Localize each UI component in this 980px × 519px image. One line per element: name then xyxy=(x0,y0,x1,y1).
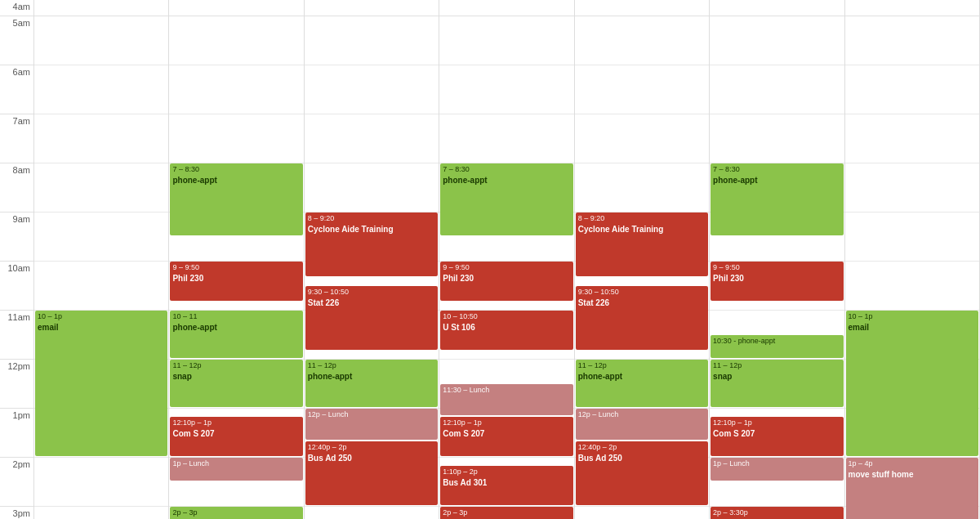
event-title: Cyclone Aide Training xyxy=(578,224,706,235)
calendar-event[interactable]: 12:10p – 1pCom S 207 xyxy=(440,417,572,456)
calendar-event[interactable]: 1p – Lunch xyxy=(170,458,302,481)
calendar-event[interactable]: 7 – 8:30phone-appt xyxy=(710,163,843,235)
time-6am: 6am xyxy=(0,65,33,114)
calendar-event[interactable]: 11 – 12psnap xyxy=(170,360,302,407)
calendar-container: 4am 5am 6am 7am 8am 9am 10am 11am 12pm 1… xyxy=(0,0,980,519)
calendar-event[interactable]: 12:40p – 2pBus Ad 250 xyxy=(576,441,708,505)
event-title: phone-appt xyxy=(713,175,840,186)
event-title: Phil 230 xyxy=(713,273,840,284)
calendar-event[interactable]: 2p – 3:30pbus ad review ch. 8, 9, 10 xyxy=(710,507,843,519)
event-title: email xyxy=(38,322,165,333)
calendar-event[interactable]: 12:10p – 1pCom S 207 xyxy=(710,417,843,456)
time-11am: 11am xyxy=(0,311,33,360)
event-time: 12p – Lunch xyxy=(308,410,435,420)
event-title: phone-appt xyxy=(308,371,435,382)
event-title: Com S 207 xyxy=(172,428,300,439)
time-10am: 10am xyxy=(0,262,33,311)
event-title: Phil 230 xyxy=(443,273,570,284)
event-time: 12:10p – 1p xyxy=(172,418,300,428)
event-time: 12:10p – 1p xyxy=(713,418,840,428)
calendar-event[interactable]: 11 – 12psnap xyxy=(710,360,843,407)
calendar-event[interactable]: 12p – Lunch xyxy=(576,409,708,440)
calendar-event[interactable]: 9 – 9:50Phil 230 xyxy=(710,262,843,301)
event-title: U St 106 xyxy=(443,322,570,333)
calendar-event[interactable]: 2p – 3pphones xyxy=(170,507,302,519)
event-time: 1p – 4p xyxy=(849,459,976,469)
time-7am: 7am xyxy=(0,114,33,163)
calendar-event[interactable]: 12:40p – 2pBus Ad 250 xyxy=(305,441,438,505)
calendar-event[interactable]: 7 – 8:30phone-appt xyxy=(440,163,572,235)
time-1pm: 1pm xyxy=(0,409,33,458)
event-time: 9 – 9:50 xyxy=(443,263,570,273)
event-title: move stuff home xyxy=(849,469,976,480)
event-title: Com S 207 xyxy=(443,428,570,439)
event-title: Phil 230 xyxy=(172,273,300,284)
time-9am: 9am xyxy=(0,213,33,262)
calendar-event[interactable]: 11:30 – Lunch xyxy=(440,384,572,415)
event-title: phone-appt xyxy=(443,175,570,186)
event-time: 2p – 3:30p xyxy=(713,508,840,518)
event-time: 8 – 9:20 xyxy=(308,214,435,224)
sunday-column: 10 – 1pemail xyxy=(34,0,169,519)
calendar-event[interactable]: 10 – 11phone-appt xyxy=(170,311,302,358)
event-time: 12:40p – 2p xyxy=(578,443,706,453)
event-time: 10 – 1p xyxy=(38,312,165,322)
calendar-event[interactable]: 8 – 9:20Cyclone Aide Training xyxy=(305,213,438,276)
time-2pm: 2pm xyxy=(0,458,33,507)
calendar-event[interactable]: 10 – 1pemail xyxy=(846,311,978,456)
calendar-event[interactable]: 8 – 9:20Cyclone Aide Training xyxy=(576,213,708,276)
event-time: 2p – 3p xyxy=(443,508,570,518)
monday-column: 7 – 8:30phone-appt9 – 9:50Phil 23010 – 1… xyxy=(169,0,304,519)
calendar-event[interactable]: 9:30 – 10:50Stat 226 xyxy=(576,286,708,350)
calendar-event[interactable]: 9 – 9:50Phil 230 xyxy=(440,262,572,301)
calendar-event[interactable]: 9:30 – 10:50Stat 226 xyxy=(305,286,438,350)
calendar-event[interactable]: 10:30 - phone-appt xyxy=(710,335,843,358)
calendar-event[interactable]: 10 – 10:50U St 106 xyxy=(440,311,572,350)
event-title: Stat 226 xyxy=(308,298,435,308)
event-title: Bus Ad 250 xyxy=(578,453,706,463)
event-title: Bus Ad 250 xyxy=(308,453,435,463)
event-time: 10 – 11 xyxy=(172,312,300,322)
event-time: 7 – 8:30 xyxy=(713,165,840,175)
calendar-event[interactable]: 7 – 8:30phone-appt xyxy=(170,163,302,235)
calendar-event[interactable]: 1p – Lunch xyxy=(710,458,843,481)
friday-column: 7 – 8:30phone-appt9 – 9:50Phil 23010:30 … xyxy=(710,0,844,519)
wednesday-column: 7 – 8:30phone-appt9 – 9:50Phil 23010 – 1… xyxy=(439,0,574,519)
event-title: phone-appt xyxy=(172,322,300,333)
calendar-event[interactable]: 10 – 1pemail xyxy=(35,311,167,456)
time-column: 4am 5am 6am 7am 8am 9am 10am 11am 12pm 1… xyxy=(0,0,34,519)
days-container: 10 – 1pemail 7 – 8:30phone-appt9 – 9:50P… xyxy=(34,0,980,519)
event-time: 12p – Lunch xyxy=(578,410,706,420)
event-title: Stat 226 xyxy=(578,298,706,308)
event-title: Cyclone Aide Training xyxy=(308,224,435,235)
calendar-event[interactable]: 9 – 9:50Phil 230 xyxy=(170,262,302,301)
calendar-event[interactable]: 11 – 12pphone-appt xyxy=(305,360,438,407)
event-time: 9:30 – 10:50 xyxy=(578,288,706,298)
calendar-event[interactable]: 1p – 4pmove stuff home xyxy=(846,458,978,519)
calendar-event[interactable]: 12:10p – 1pCom S 207 xyxy=(170,417,302,456)
time-5am: 5am xyxy=(0,16,33,65)
event-time: 7 – 8:30 xyxy=(172,165,300,175)
thursday-column: 8 – 9:20Cyclone Aide Training9:30 – 10:5… xyxy=(575,0,710,519)
time-3pm: 3pm xyxy=(0,507,33,519)
event-time: 10 – 10:50 xyxy=(443,312,570,322)
event-title: email xyxy=(849,322,976,333)
event-time: 1p – Lunch xyxy=(172,459,300,469)
event-time: 1p – Lunch xyxy=(713,459,840,469)
event-title: phone-appt xyxy=(578,371,706,382)
event-title: snap xyxy=(713,371,840,382)
calendar-event[interactable]: 12p – Lunch xyxy=(305,409,438,440)
time-4am: 4am xyxy=(0,0,33,16)
time-8am: 8am xyxy=(0,163,33,213)
event-time: 7 – 8:30 xyxy=(443,165,570,175)
time-12pm: 12pm xyxy=(0,360,33,409)
calendar-event[interactable]: 11 – 12pphone-appt xyxy=(576,360,708,407)
event-title: Bus Ad 301 xyxy=(443,477,570,488)
calendar-event[interactable]: 1:10p – 2pBus Ad 301 xyxy=(440,466,572,505)
calendar-event[interactable]: 2p – 3pfinish bus ad homework xyxy=(440,507,572,519)
event-time: 10 – 1p xyxy=(849,312,976,322)
tuesday-column: 8 – 9:20Cyclone Aide Training9:30 – 10:5… xyxy=(305,0,439,519)
event-time: 1:10p – 2p xyxy=(443,468,570,477)
event-time: 9 – 9:50 xyxy=(713,263,840,273)
event-time: 11 – 12p xyxy=(172,361,300,371)
